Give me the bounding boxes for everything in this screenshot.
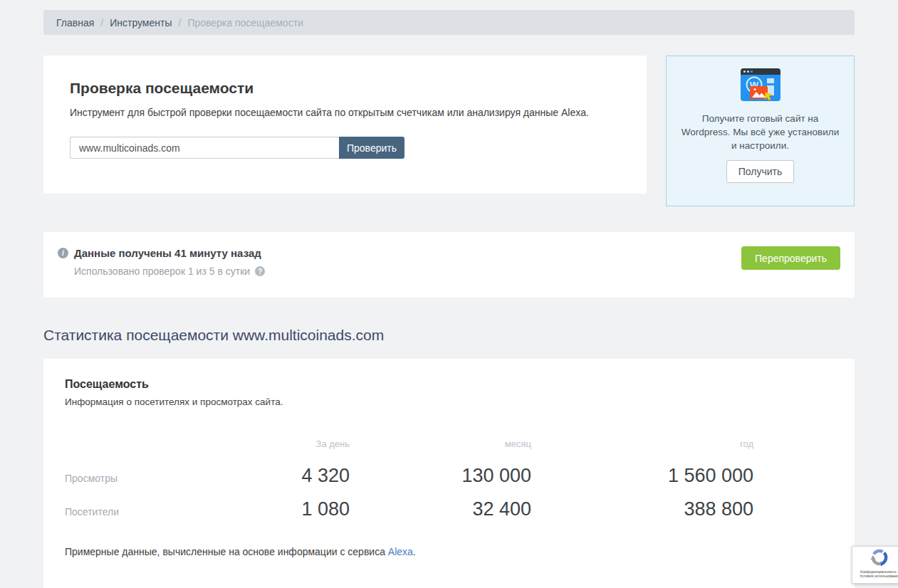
table-header-row: За день месяц год xyxy=(65,439,833,449)
recaptcha-icon xyxy=(870,548,889,567)
page-title: Проверка посещаемости xyxy=(70,80,620,97)
recaptcha-badge: Конфиденциальность - Условия использован… xyxy=(852,546,898,584)
table-header-day: За день xyxy=(200,439,350,449)
recheck-button[interactable]: Перепроверить xyxy=(741,246,840,270)
breadcrumb-separator: / xyxy=(100,17,103,28)
usage-text: Использовано проверок 1 из 5 в сутки xyxy=(74,266,250,277)
promo-text: Получите готовый сайт на Wordpress. Мы в… xyxy=(679,112,841,152)
row-label: Посетители xyxy=(65,506,200,518)
views-per-year: 1 560 000 xyxy=(531,465,753,487)
stats-note: Примерные данные, вычисленные на основе … xyxy=(65,546,833,557)
check-button[interactable]: Проверить xyxy=(339,137,404,159)
recaptcha-terms-link[interactable]: Условия использования xyxy=(860,574,898,578)
help-icon[interactable]: ? xyxy=(255,266,265,276)
breadcrumb-current-page: Проверка посещаемости xyxy=(187,17,303,28)
row-label: Просмотры xyxy=(65,473,200,484)
note-period: . xyxy=(413,546,416,557)
traffic-checker-page: { "breadcrumb": { "separator": "/", "ite… xyxy=(0,0,898,588)
breadcrumb-home-link[interactable]: Главная xyxy=(56,17,94,28)
usage-row: Использовано проверок 1 из 5 в сутки ? xyxy=(74,266,840,277)
check-status-bar: i Данные получены 41 минуту назад Исполь… xyxy=(43,232,855,298)
status-message-row: i Данные получены 41 минуту назад xyxy=(58,247,840,259)
visitors-per-year: 388 800 xyxy=(531,498,753,520)
status-message: Данные получены 41 минуту назад xyxy=(74,247,261,259)
get-wordpress-button[interactable]: Получить xyxy=(726,160,795,183)
top-cards-row: Проверка посещаемости Инструмент для быс… xyxy=(43,56,855,206)
stats-section-title: Статистика посещаемости www.multicoinads… xyxy=(43,327,855,344)
views-per-day: 4 320 xyxy=(200,465,350,487)
traffic-stats-card: Посещаемость Информация о посетителях и … xyxy=(43,359,855,588)
wordpress-promo-card: W Получите готовый сайт на Wordpress. Мы… xyxy=(666,56,855,206)
site-url-input[interactable] xyxy=(70,137,339,159)
page-description: Инструмент для быстрой проверки посещаем… xyxy=(70,107,620,118)
content-container: Главная / Инструменты / Проверка посещае… xyxy=(43,10,855,588)
note-text: Примерные данные, вычисленные на основе … xyxy=(65,546,388,557)
alexa-link[interactable]: Alexa xyxy=(388,546,413,557)
breadcrumb: Главная / Инструменты / Проверка посещае… xyxy=(43,10,855,35)
views-per-month: 130 000 xyxy=(350,465,531,487)
stats-card-subtitle: Информация о посетителях и просмотрах са… xyxy=(65,397,833,407)
info-icon: i xyxy=(58,248,68,258)
visitors-per-day: 1 080 xyxy=(200,498,350,520)
table-header-month: месяц xyxy=(350,439,531,449)
breadcrumb-tools-link[interactable]: Инструменты xyxy=(110,17,172,28)
traffic-table: За день месяц год Просмотры 4 320 130 00… xyxy=(65,439,833,520)
url-check-form: Проверить xyxy=(70,137,620,159)
wordpress-site-builder-icon: W xyxy=(741,68,780,101)
visitors-per-month: 32 400 xyxy=(350,498,531,520)
breadcrumb-separator: / xyxy=(178,17,181,28)
stats-card-title: Посещаемость xyxy=(65,378,833,391)
traffic-check-card: Проверка посещаемости Инструмент для быс… xyxy=(43,56,647,194)
table-header-year: год xyxy=(531,439,753,449)
table-row-visitors: Посетители 1 080 32 400 388 800 xyxy=(65,498,833,520)
table-row-views: Просмотры 4 320 130 000 1 560 000 xyxy=(65,465,833,487)
